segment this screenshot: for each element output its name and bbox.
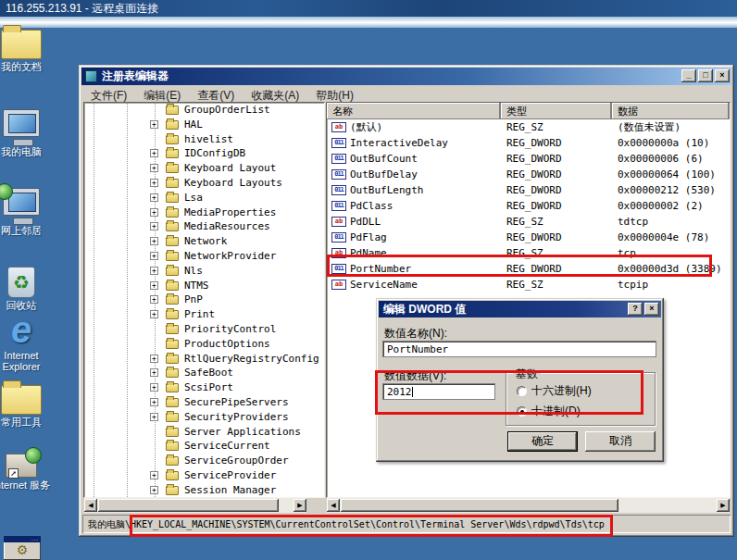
tree-item-label: SafeBoot <box>184 367 233 379</box>
tree-item[interactable]: + SecurityProviders <box>84 410 324 425</box>
expand-plus-icon[interactable]: + <box>150 413 158 421</box>
expand-plus-icon[interactable]: + <box>150 237 158 245</box>
menu-item[interactable]: 文件(F) <box>82 86 135 103</box>
desktop-icon-network-places[interactable]: 网上邻居 <box>0 188 57 236</box>
tree-item[interactable]: + IDConfigDB <box>84 146 324 161</box>
tree-item[interactable]: + Print <box>84 307 324 322</box>
tree-item[interactable]: + NetworkProvider <box>84 249 324 264</box>
menu-item[interactable]: 编辑(E) <box>135 86 189 103</box>
expand-plus-icon[interactable]: + <box>150 222 158 230</box>
tree-item[interactable]: + Keyboard Layouts <box>84 176 324 191</box>
menu-item[interactable]: 查看(V) <box>189 86 243 103</box>
expand-plus-icon[interactable]: + <box>150 179 158 187</box>
expand-plus-icon[interactable]: + <box>150 398 158 406</box>
tree-item[interactable]: + ProductOptions <box>84 337 324 352</box>
desktop-icon-internet-services[interactable]: ➚ Internet 服务 <box>0 454 57 491</box>
registry-value-row[interactable]: ab PdDLL REG_SZ tdtcp <box>327 214 730 230</box>
tree-item[interactable]: + SafeBoot <box>84 366 324 380</box>
registry-value-row[interactable]: 011 OutBufLength REG_DWORD 0x00000212 (5… <box>327 182 730 198</box>
tree-item[interactable]: + PriorityControl <box>84 322 324 337</box>
expand-plus-icon[interactable]: + <box>150 368 158 377</box>
scrollbar-thumb[interactable] <box>341 499 618 512</box>
folder-icon <box>166 325 179 334</box>
folder-icon <box>166 281 179 291</box>
expand-plus-icon[interactable]: + <box>150 267 158 275</box>
desktop-icon-internet-explorer[interactable]: e Internet Explorer <box>0 311 57 372</box>
expand-plus-icon[interactable]: + <box>150 120 158 129</box>
tree-horizontal-scrollbar[interactable]: ◀ ▶ <box>84 498 306 513</box>
registry-value-row[interactable]: 011 PdFlag REG_DWORD 0x0000004e (78) <box>327 230 730 245</box>
tree-item[interactable]: + RtlQueryRegistryConfig <box>84 352 324 367</box>
tree-item[interactable]: + GroupOrderList <box>84 103 324 118</box>
cancel-button[interactable]: 取消 <box>585 431 656 452</box>
expand-plus-icon[interactable]: + <box>150 295 158 304</box>
tree-item[interactable]: + NTMS <box>84 279 324 293</box>
tree-item[interactable]: + ScsiPort <box>84 380 324 395</box>
expand-plus-icon[interactable]: + <box>150 164 158 172</box>
registry-value-row[interactable]: 011 OutBufDelay REG_DWORD 0x00000064 (10… <box>327 167 730 182</box>
registry-title-bar[interactable]: 注册表编辑器 _ □ × <box>81 68 731 85</box>
value-type: REG_SZ <box>501 279 612 291</box>
tree-item[interactable]: + Lsa <box>84 191 324 205</box>
scroll-right-icon[interactable]: ▶ <box>717 499 730 512</box>
desktop-icon-my-computer[interactable]: 我的电脑 <box>0 109 57 157</box>
expand-plus-icon[interactable]: + <box>150 355 158 363</box>
maximize-button[interactable]: □ <box>698 69 713 82</box>
expand-plus-icon[interactable]: + <box>150 310 158 318</box>
menu-item[interactable]: 收藏夹(A) <box>243 86 307 103</box>
close-button[interactable]: × <box>715 69 730 82</box>
expand-plus-icon[interactable]: + <box>150 281 158 290</box>
dialog-title-bar[interactable]: 编辑 DWORD 值 ? × <box>379 301 661 317</box>
tree-item[interactable]: + Session Manager <box>84 483 324 498</box>
background-window-fragment[interactable]: ... ⚙ <box>4 536 41 560</box>
minimize-button[interactable]: _ <box>681 69 696 82</box>
expand-plus-icon[interactable]: + <box>150 193 158 202</box>
tree-item[interactable]: + ServiceProvider <box>84 468 324 483</box>
ok-button[interactable]: 确定 <box>507 431 578 452</box>
registry-value-row[interactable]: ab ServiceName REG_SZ tcpip <box>327 277 730 292</box>
expand-plus-icon[interactable]: + <box>150 486 158 494</box>
expand-plus-icon[interactable]: + <box>150 208 158 217</box>
tree-item[interactable]: + hivelist <box>84 132 324 147</box>
tree-item[interactable]: + Network <box>84 234 324 249</box>
column-header-type[interactable]: 类型 <box>501 103 612 119</box>
rdp-connection-bar[interactable]: 116.255.213.91 - 远程桌面连接 <box>0 0 737 17</box>
registry-value-row[interactable]: 011 InteractiveDelay REG_DWORD 0x0000000… <box>327 135 730 151</box>
menu-item[interactable]: 帮助(H) <box>307 86 362 103</box>
expand-plus-icon[interactable]: + <box>150 149 158 157</box>
help-button[interactable]: ? <box>628 303 643 316</box>
tree-item[interactable]: + HAL <box>84 118 324 132</box>
tree-item[interactable]: + SecurePipeServers <box>84 395 324 410</box>
registry-value-row[interactable]: 011 OutBufCount REG_DWORD 0x00000006 (6) <box>327 151 730 167</box>
value-data: 0x00000212 (530) <box>612 184 730 196</box>
tree-item[interactable]: + MediaResources <box>84 219 324 234</box>
tree-item[interactable]: + ServiceCurrent <box>84 439 324 454</box>
list-horizontal-scrollbar[interactable]: ◀ ▶ <box>327 498 730 513</box>
expand-plus-icon[interactable]: + <box>150 252 158 260</box>
tree-item[interactable]: + Server Applications <box>84 425 324 440</box>
registry-value-row[interactable]: ab (默认) REG_SZ (数值未设置) <box>327 119 730 135</box>
folder-icon <box>166 208 179 218</box>
tree-item[interactable]: + PnP <box>84 292 324 307</box>
scrollbar-thumb[interactable] <box>98 499 279 512</box>
desktop-icon-my-documents[interactable]: 我的文档 <box>0 30 57 72</box>
tree-item[interactable]: + Keyboard Layout <box>84 161 324 176</box>
desktop-icon-label: 我的文档 <box>0 61 57 72</box>
tree-item-label: Keyboard Layouts <box>184 177 282 189</box>
column-header-name[interactable]: 名称 <box>327 103 501 119</box>
expand-plus-icon[interactable]: + <box>150 471 158 479</box>
tree-item[interactable]: + Nls <box>84 264 324 279</box>
desktop-icon-recycle-bin[interactable]: ♻ 回收站 <box>0 267 57 311</box>
scroll-left-icon[interactable]: ◀ <box>327 499 340 512</box>
column-header-data[interactable]: 数据 <box>612 103 730 119</box>
tree-item-label: SecurityProviders <box>184 411 289 423</box>
tree-item[interactable]: + MediaProperties <box>84 205 324 220</box>
dialog-close-button[interactable]: × <box>644 303 659 316</box>
desktop-icon-tools-folder[interactable]: 常用工具 <box>0 385 57 428</box>
scroll-right-icon[interactable]: ▶ <box>294 499 306 512</box>
scroll-left-icon[interactable]: ◀ <box>84 499 97 512</box>
expand-plus-icon[interactable]: + <box>150 383 158 392</box>
tree-item[interactable]: + ServiceGroupOrder <box>84 454 324 468</box>
value-name-field[interactable]: PortNumber <box>382 341 656 357</box>
registry-value-row[interactable]: 011 PdClass REG_DWORD 0x00000002 (2) <box>327 198 730 214</box>
